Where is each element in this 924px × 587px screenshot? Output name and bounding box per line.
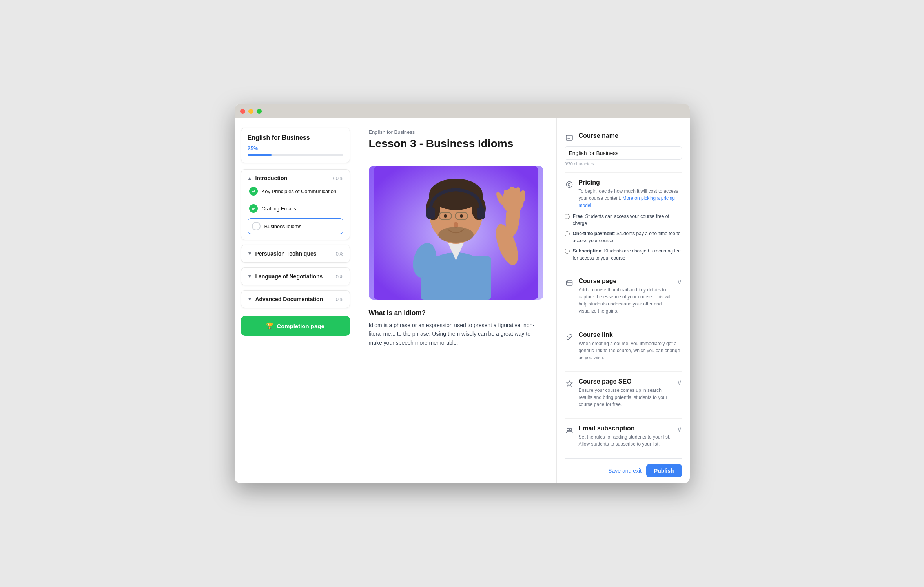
course-page-title: Course page <box>579 278 672 285</box>
svg-point-15 <box>444 214 447 218</box>
right-panel: Course name 0/70 characters Pri <box>556 118 690 483</box>
panel-footer: Save and exit Publish <box>565 458 682 483</box>
pricing-option-one-time[interactable]: One-time payment: Students pay a one-tim… <box>565 230 682 244</box>
course-link-desc: When creating a course, you immediately … <box>579 340 682 361</box>
section-advanced-doc: ▼ Advanced Documentation 0% <box>241 290 350 308</box>
lesson-item-key-principles[interactable]: Key Principles of Communication <box>248 184 343 199</box>
breadcrumb: English for Business <box>369 129 543 135</box>
what-is-title: What is an idiom? <box>369 309 543 317</box>
course-link-title: Course link <box>579 331 682 338</box>
close-button[interactable] <box>240 109 245 114</box>
email-subscription-expand-icon[interactable]: ∨ <box>677 425 682 433</box>
course-name-icon <box>565 133 574 143</box>
check-icon-crafting-emails <box>249 204 258 213</box>
section-title-persuasion: Persuasion Techniques <box>255 251 316 257</box>
course-page-desc: Add a course thumbnail and key details t… <box>579 286 672 315</box>
section-introduction: ▲ Introduction 60% Key Principles of Com… <box>241 169 350 240</box>
save-exit-button[interactable]: Save and exit <box>608 464 642 477</box>
panel-course-name: Course name 0/70 characters <box>565 126 682 173</box>
svg-point-18 <box>438 227 474 243</box>
email-subscription-title: Email subscription <box>579 425 672 432</box>
svg-rect-26 <box>516 187 520 201</box>
pricing-option-free[interactable]: Free: Students can access your course fr… <box>565 213 682 227</box>
maximize-button[interactable] <box>257 109 262 114</box>
trophy-icon: 🏆 <box>266 322 273 329</box>
lesson-item-business-idioms[interactable]: Business Idioms <box>248 218 343 234</box>
main-content: English for Business Lesson 3 - Business… <box>356 118 556 483</box>
course-seo-title: Course page SEO <box>579 378 672 385</box>
section-header-advanced-doc[interactable]: ▼ Advanced Documentation 0% <box>248 296 343 302</box>
panel-course-seo: Course page SEO Ensure your course comes… <box>565 372 682 419</box>
course-link-icon <box>565 332 574 342</box>
pricing-desc: To begin, decide how much it will cost t… <box>579 188 682 209</box>
section-title-negotiations: Language of Negotiations <box>255 273 323 280</box>
chevron-introduction-icon: ▲ <box>248 176 252 181</box>
svg-point-36 <box>569 428 572 431</box>
section-title-introduction: Introduction <box>255 175 287 181</box>
panel-email-subscription: Email subscription Set the rules for add… <box>565 419 682 458</box>
course-seo-icon <box>565 379 574 388</box>
pricing-radio-subscription[interactable] <box>565 249 570 254</box>
email-subscription-icon <box>565 426 574 435</box>
section-negotiations: ▼ Language of Negotiations 0% <box>241 267 350 285</box>
svg-point-35 <box>567 428 569 431</box>
svg-rect-30 <box>566 135 572 140</box>
email-subscription-desc: Set the rules for adding students to you… <box>579 433 672 448</box>
panel-course-page: Course page Add a course thumbnail and k… <box>565 271 682 325</box>
svg-rect-24 <box>504 190 508 203</box>
panel-pricing: Pricing To begin, decide how much it wil… <box>565 173 682 271</box>
pricing-radio-one-time[interactable] <box>565 231 570 236</box>
section-persuasion: ▼ Persuasion Techniques 0% <box>241 245 350 263</box>
svg-point-16 <box>460 214 463 218</box>
section-pct-advanced-doc: 0% <box>336 296 343 302</box>
course-progress-card: English for Business 25% <box>241 128 350 163</box>
svg-rect-32 <box>566 281 572 285</box>
lesson-heading: Lesson 3 - Business Idioms <box>369 137 543 150</box>
svg-rect-25 <box>510 187 514 201</box>
pricing-radio-free[interactable] <box>565 214 570 219</box>
sidebar: English for Business 25% ▲ Introduction … <box>235 118 356 483</box>
svg-rect-27 <box>521 190 525 201</box>
pricing-title: Pricing <box>579 179 682 186</box>
what-is-section: What is an idiom? Idiom is a phrase or a… <box>369 309 543 347</box>
section-pct-persuasion: 0% <box>336 251 343 257</box>
publish-button[interactable]: Publish <box>646 464 682 477</box>
section-header-persuasion[interactable]: ▼ Persuasion Techniques 0% <box>248 251 343 257</box>
what-is-text: Idiom is a phrase or an expression used … <box>369 321 543 347</box>
svg-rect-19 <box>426 207 435 219</box>
lesson-name-crafting-emails: Crafting Emails <box>262 206 296 212</box>
section-pct-introduction: 60% <box>333 176 343 181</box>
pricing-option-subscription[interactable]: Subscription: Students are charged a rec… <box>565 247 682 261</box>
app-window: English for Business 25% ▲ Introduction … <box>235 104 690 483</box>
lesson-name-business-idioms: Business Idioms <box>264 223 302 229</box>
char-count: 0/70 characters <box>565 161 682 166</box>
radio-icon-business-idioms <box>252 222 261 230</box>
minimize-button[interactable] <box>248 109 253 114</box>
window-body: English for Business 25% ▲ Introduction … <box>235 118 690 483</box>
completion-page-button[interactable]: 🏆 Completion page <box>241 316 350 336</box>
chevron-negotiations-icon: ▼ <box>248 274 252 279</box>
completion-page-label: Completion page <box>277 323 324 329</box>
course-page-icon <box>565 278 574 288</box>
lesson-item-crafting-emails[interactable]: Crafting Emails <box>248 201 343 216</box>
sidebar-course-title: English for Business <box>248 134 343 141</box>
section-header-negotiations[interactable]: ▼ Language of Negotiations 0% <box>248 273 343 280</box>
chevron-persuasion-icon: ▼ <box>248 251 252 256</box>
svg-point-33 <box>567 281 568 282</box>
course-name-title: Course name <box>579 132 682 139</box>
course-name-input[interactable] <box>565 146 682 160</box>
divider <box>369 158 543 158</box>
svg-point-34 <box>569 281 569 282</box>
svg-rect-20 <box>477 207 485 219</box>
progress-label: 25% <box>248 145 343 152</box>
section-header-introduction[interactable]: ▲ Introduction 60% <box>248 175 343 181</box>
svg-point-31 <box>566 182 572 188</box>
progress-bar-bg <box>248 154 343 156</box>
course-page-expand-icon[interactable]: ∨ <box>677 278 682 286</box>
lesson-image <box>369 166 543 300</box>
section-title-advanced-doc: Advanced Documentation <box>255 296 323 302</box>
panel-course-link: Course link When creating a course, you … <box>565 325 682 372</box>
lesson-name-key-principles: Key Principles of Communication <box>262 188 337 194</box>
person-illustration <box>374 166 538 300</box>
course-seo-expand-icon[interactable]: ∨ <box>677 378 682 387</box>
